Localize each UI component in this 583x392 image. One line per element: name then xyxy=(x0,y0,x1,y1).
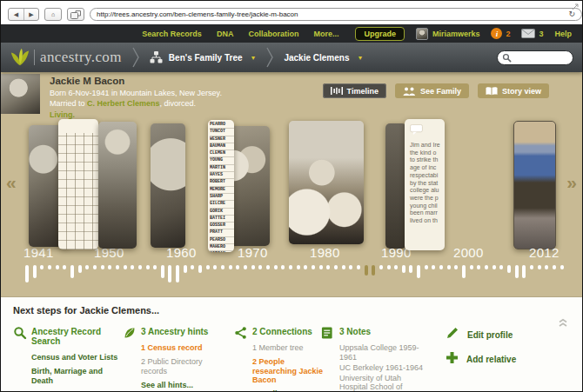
timeline-tick xyxy=(538,265,541,269)
census-name: SHARP xyxy=(210,194,234,201)
timeline-position-marker[interactable] xyxy=(365,265,368,276)
timeline-scrubber[interactable] xyxy=(25,265,564,282)
timeline-year-1941[interactable]: 1941 xyxy=(23,245,54,260)
nav-link-more[interactable]: More... xyxy=(313,30,338,38)
site-search-box[interactable] xyxy=(497,50,573,65)
timeline-tick xyxy=(40,265,44,269)
timeline-tick xyxy=(93,265,97,269)
timeline-tick xyxy=(153,265,157,269)
timeline-census-document-1970[interactable]: PEARROTUNCOTWESNERBAUMANCLEMENYOUNGMARTI… xyxy=(208,120,234,252)
nav-link-collaboration[interactable]: Collaboration xyxy=(248,30,298,38)
timeline-photo-partial-1990[interactable] xyxy=(385,123,406,249)
next-steps-item[interactable]: 2 Public Directory records xyxy=(141,357,231,375)
timeline-tick xyxy=(108,265,111,269)
timeline-tick xyxy=(342,265,345,269)
browser-back-button[interactable]: ◀ xyxy=(9,9,23,20)
book-icon xyxy=(486,87,498,96)
message-count: 3 xyxy=(539,30,543,38)
timeline-photo-1980[interactable] xyxy=(289,121,364,244)
timeline-story-card-1990[interactable]: Jim and Irethe kind oto strike thage of … xyxy=(405,119,445,250)
living-status: Living. xyxy=(50,110,222,119)
next-steps-panel: Next steps for Jackie Clemens... Ancestr… xyxy=(1,296,582,391)
username-link[interactable]: Miriamwerks xyxy=(432,30,480,38)
profile-photo[interactable] xyxy=(1,74,40,114)
timeline-view-button[interactable]: Timeline xyxy=(323,83,386,98)
browser-window: ◀ ▶ ⌂ http://trees.ancestry.com/ben-clem… xyxy=(0,0,583,392)
tree-dropdown-icon[interactable]: ▼ xyxy=(251,55,257,61)
next-steps-item[interactable]: 1 Member tree xyxy=(252,343,326,353)
timeline-year-2000[interactable]: 2000 xyxy=(453,245,484,260)
family-tree-icon xyxy=(150,51,163,63)
speech-bubble-icon xyxy=(410,124,423,135)
nav-link-dna[interactable]: DNA xyxy=(217,30,234,38)
brand-wordmark[interactable]: ancestry.com xyxy=(40,49,122,66)
carousel-prev-button[interactable]: « xyxy=(6,173,17,191)
story-text-line: were the p xyxy=(410,195,445,203)
next-steps-item[interactable]: Uppsala College 1959-1961 xyxy=(339,343,431,362)
next-steps-item[interactable]: Birth, Marriage and Death xyxy=(31,367,121,385)
next-steps-item[interactable]: See all hints... xyxy=(141,381,231,390)
nav-links: Search RecordsDNACollaborationMore... xyxy=(142,30,338,38)
timeline-tick xyxy=(25,265,29,282)
timeline-tick xyxy=(131,265,134,269)
url-bar[interactable]: http://trees.ancestry.com/ben-clemens-fa… xyxy=(90,8,582,21)
person-dropdown-icon[interactable]: ▼ xyxy=(358,55,364,61)
site-search-input[interactable] xyxy=(515,52,567,63)
timeline-year-2012[interactable]: 2012 xyxy=(529,245,560,260)
story-card-text: Jim and Irethe kind oto strike thage of … xyxy=(405,140,445,225)
breadcrumb-person-name[interactable]: Jackie Clemens xyxy=(284,53,349,63)
next-steps-item[interactable]: 2 People researching Jackie Bacon xyxy=(252,357,326,385)
nav-link-search-records[interactable]: Search Records xyxy=(142,30,202,38)
upgrade-button[interactable]: Upgrade xyxy=(355,27,405,41)
info-badge-icon[interactable]: i xyxy=(491,28,502,39)
story-view-button[interactable]: Story view xyxy=(478,83,549,98)
spouse-link[interactable]: C. Herbert Clemens xyxy=(87,99,160,108)
timeline-tick xyxy=(326,265,330,269)
family-icon xyxy=(403,87,416,96)
timeline-tick xyxy=(530,265,533,269)
timeline-tick xyxy=(432,265,435,269)
timeline-photo-1950[interactable] xyxy=(98,122,137,249)
notifications[interactable]: i 2 xyxy=(491,28,510,39)
census-name: BAUMAN xyxy=(210,143,234,150)
next-steps-item[interactable]: University of Utah Hospital School of Nu… xyxy=(339,374,431,392)
census-name: HAYES xyxy=(210,172,234,179)
timeline-tick xyxy=(394,265,398,269)
census-name: MARTIN xyxy=(210,165,234,172)
timeline-position-marker[interactable] xyxy=(372,265,375,276)
next-steps-columns: Ancestry Record SearchCensus and Voter L… xyxy=(1,326,582,391)
timeline-tick xyxy=(266,265,270,269)
timeline-year-1980[interactable]: 1980 xyxy=(310,245,340,260)
url-text[interactable]: http://trees.ancestry.com/ben-clemens-fa… xyxy=(97,10,565,18)
story-text-line: age of inc xyxy=(410,164,445,172)
notification-count: 2 xyxy=(506,30,510,38)
timeline-year-1960[interactable]: 1960 xyxy=(166,245,197,260)
reload-icon[interactable]: ↻ xyxy=(568,10,575,18)
next-steps-item[interactable]: 1 Census record xyxy=(141,343,231,353)
add-relative-button[interactable]: Add relative xyxy=(446,351,558,368)
timeline-photo-1960[interactable] xyxy=(151,123,185,248)
timeline-tick xyxy=(477,265,480,269)
edit-profile-button[interactable]: Edit profile xyxy=(446,326,558,343)
browser-forward-button[interactable]: ▶ xyxy=(23,9,38,20)
help-link[interactable]: Help xyxy=(554,30,572,38)
timeline-tick xyxy=(63,265,66,269)
see-family-button[interactable]: See Family xyxy=(395,83,469,98)
timeline-tick xyxy=(454,265,458,269)
messages[interactable]: 3 xyxy=(521,29,543,38)
browser-home-button[interactable]: ⌂ xyxy=(44,8,62,21)
timeline-year-1970[interactable]: 1970 xyxy=(238,245,268,260)
timeline-census-document-1941[interactable] xyxy=(58,119,98,249)
next-steps-item[interactable]: Census and Voter Lists xyxy=(31,353,121,362)
timeline-photo-2012[interactable] xyxy=(513,121,556,249)
user-avatar[interactable] xyxy=(416,28,428,40)
story-text-line: the kind o xyxy=(410,149,445,157)
marriage-suffix: , divorced. xyxy=(160,99,197,108)
timeline-tick xyxy=(522,265,526,278)
census-name: ROBERT xyxy=(210,179,234,186)
timeline-tick xyxy=(312,265,315,269)
breadcrumb-tree-name[interactable]: Ben's Family Tree xyxy=(169,53,243,63)
next-steps-item[interactable]: UC Berkeley 1961-1964 xyxy=(339,363,431,373)
browser-newtab-button[interactable] xyxy=(67,8,84,21)
carousel-next-button[interactable]: » xyxy=(566,173,577,191)
